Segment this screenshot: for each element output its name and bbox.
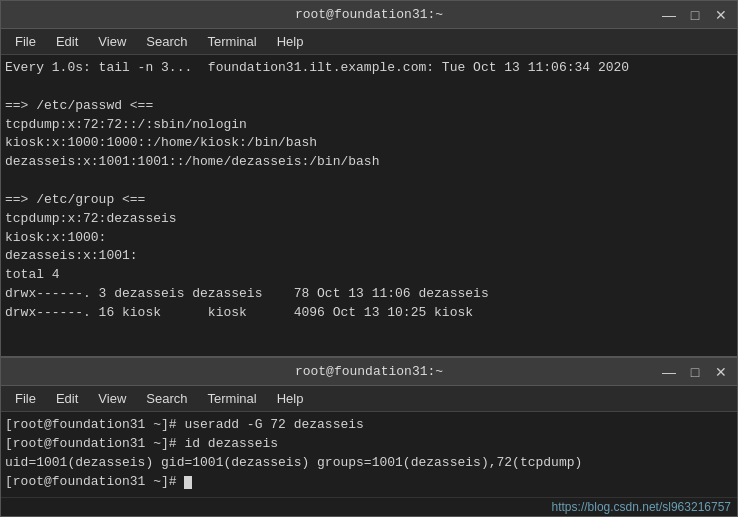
title-bar-top: root@foundation31:~ — □ ✕ bbox=[1, 1, 737, 29]
terminal-cursor bbox=[184, 476, 192, 489]
title-text-top: root@foundation31:~ bbox=[295, 7, 443, 22]
terminal-output-bottom: [root@foundation31 ~]# useradd -G 72 dez… bbox=[1, 412, 737, 497]
menu-help-bottom[interactable]: Help bbox=[269, 389, 312, 408]
menu-edit-top[interactable]: Edit bbox=[48, 32, 86, 51]
terminal-output-top: Every 1.0s: tail -n 3... foundation31.il… bbox=[1, 55, 737, 356]
minimize-button-top[interactable]: — bbox=[659, 5, 679, 25]
terminal-window-bottom: root@foundation31:~ — □ ✕ File Edit View… bbox=[0, 357, 738, 517]
menu-edit-bottom[interactable]: Edit bbox=[48, 389, 86, 408]
menu-help-top[interactable]: Help bbox=[269, 32, 312, 51]
blog-link: https://blog.csdn.net/sl963216757 bbox=[552, 500, 731, 514]
title-controls-bottom: — □ ✕ bbox=[659, 362, 731, 382]
terminal-window-top: root@foundation31:~ — □ ✕ File Edit View… bbox=[0, 0, 738, 357]
maximize-button-top[interactable]: □ bbox=[685, 5, 705, 25]
title-text-bottom: root@foundation31:~ bbox=[295, 364, 443, 379]
title-controls-top: — □ ✕ bbox=[659, 5, 731, 25]
menu-view-top[interactable]: View bbox=[90, 32, 134, 51]
menu-terminal-top[interactable]: Terminal bbox=[200, 32, 265, 51]
minimize-button-bottom[interactable]: — bbox=[659, 362, 679, 382]
close-button-bottom[interactable]: ✕ bbox=[711, 362, 731, 382]
menu-bar-top: File Edit View Search Terminal Help bbox=[1, 29, 737, 55]
bottom-link-bar: https://blog.csdn.net/sl963216757 bbox=[1, 497, 737, 516]
menu-bar-bottom: File Edit View Search Terminal Help bbox=[1, 386, 737, 412]
title-bar-bottom: root@foundation31:~ — □ ✕ bbox=[1, 358, 737, 386]
menu-file-top[interactable]: File bbox=[7, 32, 44, 51]
menu-search-top[interactable]: Search bbox=[138, 32, 195, 51]
menu-file-bottom[interactable]: File bbox=[7, 389, 44, 408]
maximize-button-bottom[interactable]: □ bbox=[685, 362, 705, 382]
menu-search-bottom[interactable]: Search bbox=[138, 389, 195, 408]
menu-view-bottom[interactable]: View bbox=[90, 389, 134, 408]
close-button-top[interactable]: ✕ bbox=[711, 5, 731, 25]
menu-terminal-bottom[interactable]: Terminal bbox=[200, 389, 265, 408]
